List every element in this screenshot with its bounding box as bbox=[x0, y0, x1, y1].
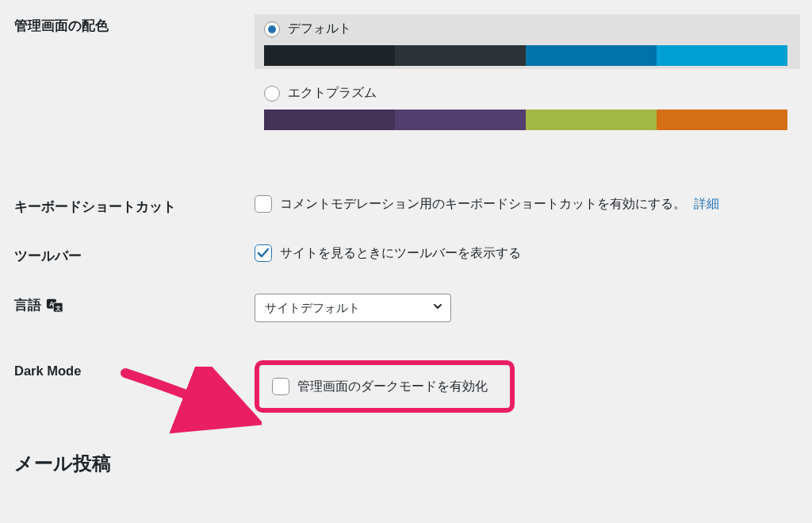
label-language-text: 言語 bbox=[14, 297, 41, 314]
label-toolbar: ツールバー bbox=[14, 244, 255, 265]
swatch bbox=[526, 45, 657, 66]
row-admin-color-scheme: 管理画面の配色 デフォルト エクトプラズム bbox=[0, 0, 812, 157]
checkbox-dark-mode[interactable] bbox=[272, 378, 289, 395]
radio-scheme-default[interactable] bbox=[264, 21, 280, 37]
checkbox-show-toolbar[interactable] bbox=[255, 244, 272, 262]
link-shortcuts-more[interactable]: 詳細 bbox=[694, 196, 719, 213]
checkbox-comment-shortcuts[interactable] bbox=[255, 195, 272, 213]
swatch bbox=[657, 110, 787, 130]
swatch bbox=[657, 45, 787, 66]
swatches-ectoplasm bbox=[264, 110, 787, 130]
swatch bbox=[395, 110, 526, 130]
scheme-label-ectoplasm: エクトプラズム bbox=[288, 85, 377, 102]
row-language: 言語 A 文 サイトデフォルト bbox=[0, 279, 812, 336]
checkbox-label-comment-shortcuts: コメントモデレーション用のキーボードショートカットを有効にする。 bbox=[280, 196, 686, 213]
section-heading-mail-post: メール投稿 bbox=[0, 427, 812, 476]
select-language-value: サイトデフォルト bbox=[265, 301, 360, 316]
highlight-annotation: 管理画面のダークモードを有効化 bbox=[255, 360, 515, 413]
checkbox-label-dark-mode: 管理画面のダークモードを有効化 bbox=[297, 379, 488, 395]
row-dark-mode: Dark Mode 管理画面のダークモードを有効化 bbox=[0, 336, 812, 427]
label-keyboard-shortcuts: キーボードショートカット bbox=[14, 195, 255, 216]
select-language[interactable]: サイトデフォルト bbox=[255, 294, 451, 322]
scheme-label-default: デフォルト bbox=[288, 21, 351, 37]
row-keyboard-shortcuts: キーボードショートカット コメントモデレーション用のキーボードショートカットを有… bbox=[0, 181, 812, 230]
swatches-default bbox=[264, 45, 787, 66]
label-dark-mode: Dark Mode bbox=[14, 360, 255, 379]
swatch bbox=[264, 110, 395, 130]
color-scheme-option-default[interactable]: デフォルト bbox=[255, 14, 800, 69]
label-admin-color-scheme: 管理画面の配色 bbox=[14, 14, 255, 35]
swatch bbox=[395, 45, 526, 66]
row-toolbar: ツールバー サイトを見るときにツールバーを表示する bbox=[0, 230, 812, 279]
radio-scheme-ectoplasm[interactable] bbox=[264, 86, 280, 102]
swatch bbox=[526, 110, 657, 130]
label-language: 言語 A 文 bbox=[14, 294, 255, 314]
swatch bbox=[264, 45, 395, 66]
color-scheme-option-ectoplasm[interactable]: エクトプラズム bbox=[255, 79, 800, 133]
checkbox-label-show-toolbar: サイトを見るときにツールバーを表示する bbox=[280, 245, 521, 262]
translate-icon: A 文 bbox=[46, 297, 63, 314]
svg-text:文: 文 bbox=[55, 305, 61, 312]
